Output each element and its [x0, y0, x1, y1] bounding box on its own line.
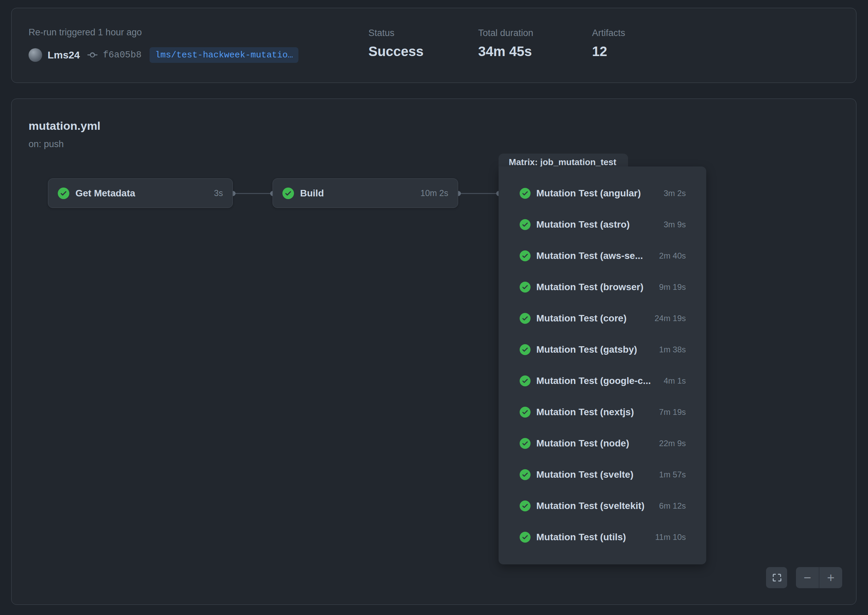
matrix-job-row[interactable]: Mutation Test (sveltekit) 6m 12s: [499, 490, 706, 521]
matrix-job-duration: 4m 1s: [658, 376, 686, 386]
check-circle-icon: [283, 187, 294, 199]
job-node-duration: 3s: [214, 188, 223, 198]
job-node-label: Get Metadata: [75, 188, 135, 199]
matrix-job-label: Mutation Test (angular): [536, 188, 641, 199]
check-circle-icon: [520, 407, 531, 418]
matrix-job-row[interactable]: Mutation Test (google-c... 4m 1s: [499, 365, 706, 396]
check-circle-icon: [58, 187, 69, 199]
matrix-job-row[interactable]: Mutation Test (angular) 3m 2s: [499, 178, 706, 209]
stat-value: 12: [592, 44, 625, 59]
job-node-get-metadata[interactable]: Get Metadata 3s: [48, 178, 233, 208]
matrix-job-row[interactable]: Mutation Test (utils) 11m 10s: [499, 521, 706, 553]
check-circle-icon: [520, 313, 531, 324]
workflow-file-name: mutation.yml: [28, 119, 101, 133]
stat-label: Artifacts: [592, 28, 625, 38]
matrix-group-title: Matrix: job_mutation_test: [509, 157, 616, 167]
actor-name: Lms24: [48, 49, 80, 61]
matrix-job-duration: 1m 57s: [654, 470, 686, 479]
run-trigger-info: Re-run triggered 1 hour ago Lms24 f6a05b…: [28, 27, 298, 63]
matrix-job-label: Mutation Test (aws-se...: [536, 250, 643, 261]
stat-value: Success: [368, 44, 423, 59]
matrix-job-label: Mutation Test (google-c...: [536, 375, 651, 386]
matrix-job-row[interactable]: Mutation Test (gatsby) 1m 38s: [499, 334, 706, 365]
matrix-job-duration: 1m 38s: [654, 345, 686, 354]
fullscreen-button[interactable]: [766, 567, 787, 588]
check-circle-icon: [520, 532, 531, 543]
avatar: [28, 48, 42, 62]
check-circle-icon: [520, 282, 531, 293]
matrix-job-row[interactable]: Mutation Test (aws-se... 2m 40s: [499, 240, 706, 272]
matrix-job-label: Mutation Test (gatsby): [536, 344, 637, 355]
matrix-job-row[interactable]: Mutation Test (nextjs) 7m 19s: [499, 396, 706, 428]
matrix-job-label: Mutation Test (core): [536, 313, 626, 324]
stat-status: Status Success: [368, 28, 423, 59]
matrix-job-label: Mutation Test (node): [536, 438, 629, 449]
stat-total-duration: Total duration 34m 45s: [478, 28, 533, 59]
git-commit-icon: [87, 50, 98, 60]
check-circle-icon: [520, 344, 531, 355]
check-circle-icon: [520, 219, 531, 230]
matrix-job-label: Mutation Test (utils): [536, 532, 626, 543]
job-node-build[interactable]: Build 10m 2s: [273, 178, 458, 208]
matrix-job-duration: 11m 10s: [650, 532, 686, 542]
zoom-controls: − +: [796, 567, 842, 588]
matrix-job-duration: 6m 12s: [654, 501, 686, 511]
job-node-duration: 10m 2s: [420, 188, 448, 198]
matrix-job-label: Mutation Test (astro): [536, 219, 630, 230]
check-circle-icon: [520, 469, 531, 480]
check-circle-icon: [520, 250, 531, 261]
workflow-graph-card: mutation.yml on: push Get Metadata 3s Bu…: [11, 98, 856, 605]
matrix-job-label: Mutation Test (browser): [536, 282, 643, 293]
matrix-job-label: Mutation Test (nextjs): [536, 407, 634, 418]
matrix-job-duration: 3m 2s: [658, 189, 686, 198]
rerun-triggered-text: Re-run triggered 1 hour ago: [28, 27, 298, 38]
branch-link[interactable]: lms/test-hackweek-mutatio…: [150, 47, 298, 63]
matrix-job-duration: 3m 9s: [658, 220, 686, 229]
zoom-out-button[interactable]: −: [796, 567, 820, 588]
check-circle-icon: [520, 501, 531, 511]
matrix-job-duration: 24m 19s: [649, 314, 686, 323]
check-circle-icon: [520, 438, 531, 449]
matrix-group: Mutation Test (angular) 3m 2s Mutation T…: [499, 167, 706, 564]
matrix-job-row[interactable]: Mutation Test (astro) 3m 9s: [499, 209, 706, 240]
job-node-label: Build: [300, 188, 324, 199]
stat-label: Total duration: [478, 28, 533, 38]
matrix-job-label: Mutation Test (sveltekit): [536, 501, 645, 511]
workflow-trigger: on: push: [28, 139, 64, 150]
stat-value: 34m 45s: [478, 44, 533, 59]
zoom-in-button[interactable]: +: [820, 567, 842, 588]
commit-sha: f6a05b8: [103, 50, 141, 60]
matrix-job-duration: 7m 19s: [654, 407, 686, 417]
edge-line: [458, 193, 499, 194]
check-circle-icon: [520, 375, 531, 386]
run-summary-card: Re-run triggered 1 hour ago Lms24 f6a05b…: [11, 8, 856, 83]
edge-line: [233, 193, 273, 194]
stat-artifacts: Artifacts 12: [592, 28, 625, 59]
matrix-job-row[interactable]: Mutation Test (node) 22m 9s: [499, 428, 706, 459]
matrix-job-row[interactable]: Mutation Test (svelte) 1m 57s: [499, 459, 706, 490]
stat-label: Status: [368, 28, 423, 38]
matrix-job-duration: 22m 9s: [654, 439, 686, 448]
screen-full-icon: [771, 573, 782, 583]
matrix-job-label: Mutation Test (svelte): [536, 469, 634, 480]
matrix-job-row[interactable]: Mutation Test (core) 24m 19s: [499, 303, 706, 334]
matrix-job-duration: 2m 40s: [654, 251, 686, 261]
matrix-job-duration: 9m 19s: [654, 283, 686, 292]
actor-row: Lms24 f6a05b8 lms/test-hackweek-mutatio…: [28, 47, 298, 63]
matrix-job-row[interactable]: Mutation Test (browser) 9m 19s: [499, 272, 706, 303]
check-circle-icon: [520, 188, 531, 199]
